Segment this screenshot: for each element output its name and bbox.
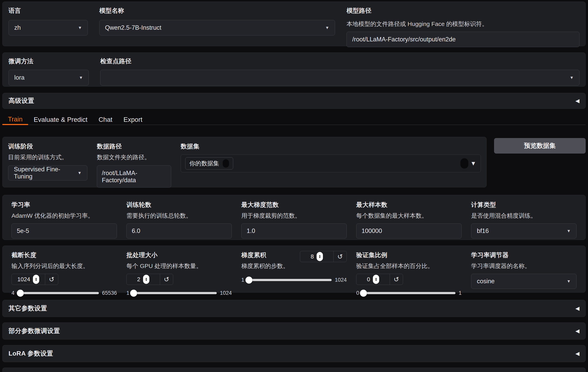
grad-accum-slider[interactable] [247,279,332,281]
model-path-description: 本地模型的文件路径或 Hugging Face 的模型标识符。 [346,20,579,28]
grad-accum-number[interactable]: 8 ▲▼ [300,251,333,262]
train-sliders-panel: 截断长度 输入序列分词后的最大长度。 1024 ▲▼ ↺ 4 65536 [2,246,586,293]
finetune-method-section: 微调方法 lora ▼ [9,57,89,82]
val-size-value: 0 [367,276,370,283]
dataset-section: 数据集 你的数据集 ▼ [181,142,481,182]
slider-min: 1 [126,290,129,296]
language-value: zh [14,24,21,31]
batch-size-number[interactable]: 2 ▲▼ [126,274,160,285]
checkpoint-path-dropdown[interactable]: ▼ [100,70,579,86]
lora-params-accordion[interactable]: LoRA 参数设置 ◀ [2,345,586,362]
llama-factory-page: 语言 zh ▼ 模型名称 Qwen2.5-7B-Instruct ▼ 模型路径 … [0,0,588,372]
dataset-label: 数据集 [181,142,481,151]
data-dir-input[interactable]: /root/LLaMA-Factory/data [97,165,171,187]
max-samples-input[interactable]: 100000 [356,223,462,238]
grad-accum-stepper[interactable]: 8 ▲▼ ↺ [300,251,347,262]
finetune-method-dropdown[interactable]: lora ▼ [9,70,89,86]
max-samples-label: 最大样本数 [356,201,462,209]
learning-rate-label: 学习率 [11,201,117,209]
max-grad-norm-section: 最大梯度范数 用于梯度裁剪的范数。 1.0 [241,201,347,234]
clear-selection-icon[interactable] [461,158,468,169]
lr-scheduler-dropdown[interactable]: cosine ▼ [471,274,577,289]
epochs-section: 训练轮数 需要执行的训练总轮数。 6.0 [126,201,232,234]
cutoff-length-description: 输入序列分词后的最大长度。 [11,262,117,270]
dataset-chip[interactable]: 你的数据集 [185,157,233,170]
slider-thumb[interactable] [360,289,367,297]
cutoff-length-stepper[interactable]: 1024 ▲▼ ↺ [11,274,58,285]
batch-size-slider[interactable] [133,292,217,294]
dataset-multiselect[interactable]: 你的数据集 ▼ [181,155,481,172]
slider-max: 1024 [335,277,347,283]
slider-thumb[interactable] [245,277,252,284]
epochs-value: 6.0 [132,227,140,235]
training-stage-dropdown[interactable]: Supervised Fine-Tuning ▼ [8,165,87,180]
number-stepper-icon[interactable]: ▲▼ [143,275,149,284]
reset-icon[interactable]: ↺ [333,251,346,262]
grad-accum-header: 梯度累积 梯度累积的步数。 8 ▲▼ ↺ [241,251,347,270]
preview-dataset-button[interactable]: 预览数据集 [494,138,586,154]
slider-min: 4 [11,290,14,296]
data-dir-description: 数据文件夹的路径。 [97,153,171,161]
max-grad-norm-input[interactable]: 1.0 [241,223,347,238]
tab-chat[interactable]: Chat [93,114,118,125]
batch-size-stepper[interactable]: 2 ▲▼ ↺ [126,274,173,285]
model-name-value: Qwen2.5-7B-Instruct [105,24,161,31]
cutoff-length-label: 截断长度 [11,251,117,259]
number-stepper-icon[interactable]: ▲▼ [33,275,39,284]
max-grad-norm-value: 1.0 [247,227,255,235]
training-stage-value: Supervised Fine-Tuning [14,166,75,180]
remove-chip-icon[interactable] [223,159,229,168]
model-name-dropdown[interactable]: Qwen2.5-7B-Instruct ▼ [99,20,335,35]
chevron-left-icon: ◀ [575,98,579,104]
slider-thumb[interactable] [17,289,24,297]
lora-params-label: LoRA 参数设置 [9,349,53,358]
training-stage-label: 训练阶段 [8,142,87,151]
slider-thumb[interactable] [130,289,137,297]
max-samples-description: 每个数据集的最大样本数。 [356,212,462,220]
cutoff-length-slider[interactable] [18,292,99,294]
chevron-down-icon[interactable]: ▼ [470,160,476,167]
extra-params-accordion[interactable]: 其它参数设置 ◀ [2,300,586,317]
tab-export[interactable]: Export [118,114,148,125]
slider-max: 1 [459,290,462,296]
batch-size-slider-row: 1 1024 [126,290,232,296]
finetune-config-panel: 微调方法 lora ▼ 检查点路径 ▼ [2,52,586,87]
epochs-input[interactable]: 6.0 [126,223,232,238]
epochs-label: 训练轮数 [126,201,232,209]
reset-icon[interactable]: ↺ [390,274,403,285]
number-stepper-icon[interactable]: ▲▼ [316,252,323,261]
language-label: 语言 [9,7,88,15]
max-grad-norm-description: 用于梯度裁剪的范数。 [241,212,347,220]
chevron-down-icon: ▼ [325,25,329,30]
compute-type-dropdown[interactable]: bf16 ▼ [471,223,577,238]
chevron-left-icon: ◀ [575,351,579,357]
lr-scheduler-label: 学习率调节器 [471,251,577,259]
freeze-params-label: 部分参数微调设置 [9,327,60,335]
learning-rate-input[interactable]: 5e-5 [11,223,117,238]
checkpoint-path-label: 检查点路径 [100,57,579,65]
freeze-params-accordion[interactable]: 部分参数微调设置 ◀ [2,322,586,340]
max-samples-value: 100000 [362,227,382,235]
tab-evaluate-predict[interactable]: Evaluate & Predict [28,114,93,125]
model-path-input[interactable]: /root/LLaMA-Factory/src/output/en2de [346,32,579,47]
language-dropdown[interactable]: zh ▼ [9,20,88,35]
model-name-section: 模型名称 Qwen2.5-7B-Instruct ▼ [99,7,335,41]
tab-train[interactable]: Train [2,114,28,125]
main-tabs: Train Evaluate & Predict Chat Export [2,114,586,125]
val-size-stepper[interactable]: 0 ▲▼ ↺ [356,274,403,285]
next-accordion-partial[interactable] [2,368,586,372]
cutoff-length-value: 1024 [17,276,30,283]
val-size-slider[interactable] [362,292,455,294]
val-size-description: 验证集占全部样本的百分比。 [356,262,462,270]
cutoff-length-number[interactable]: 1024 ▲▼ [12,274,45,285]
reset-icon[interactable]: ↺ [45,274,58,285]
chevron-down-icon: ▼ [77,171,82,175]
compute-type-label: 计算类型 [471,201,577,209]
learning-rate-section: 学习率 AdamW 优化器的初始学习率。 5e-5 [11,201,117,234]
advanced-settings-accordion[interactable]: 高级设置 ◀ [2,93,586,109]
lr-scheduler-description: 学习率调度器的名称。 [471,262,577,270]
cutoff-length-slider-row: 4 65536 [11,290,117,296]
reset-icon[interactable]: ↺ [160,274,173,285]
number-stepper-icon[interactable]: ▲▼ [373,275,379,284]
val-size-number[interactable]: 0 ▲▼ [357,274,390,285]
